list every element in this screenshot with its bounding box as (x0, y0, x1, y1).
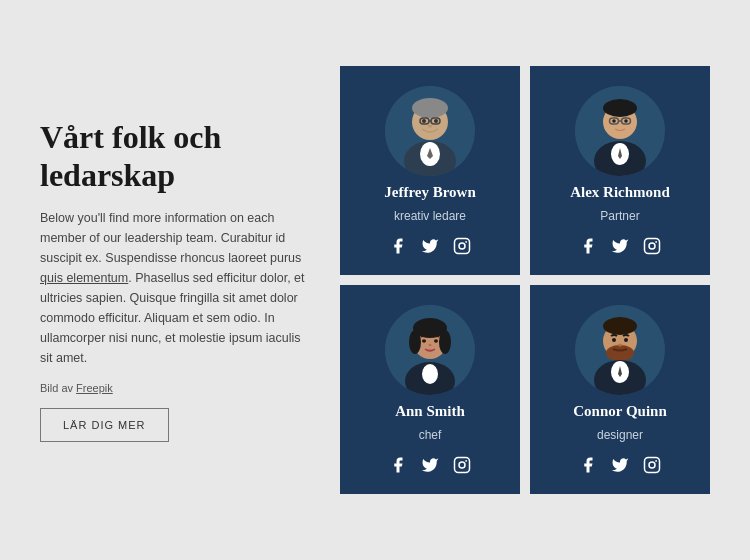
svg-point-37 (434, 339, 438, 343)
svg-point-54 (655, 460, 657, 462)
svg-point-35 (422, 364, 438, 384)
twitter-icon-connor[interactable] (609, 454, 631, 476)
svg-point-38 (429, 344, 432, 346)
credit-link[interactable]: Freepik (76, 382, 113, 394)
member-role-ann: chef (419, 428, 442, 442)
svg-point-14 (465, 241, 467, 243)
twitter-icon-ann[interactable] (419, 454, 441, 476)
svg-point-50 (624, 338, 628, 342)
avatar-connor (575, 305, 665, 395)
svg-point-32 (409, 330, 421, 354)
member-role-alex: Partner (600, 209, 639, 223)
svg-point-49 (612, 338, 616, 342)
member-role-jeffrey: kreativ ledare (394, 209, 466, 223)
svg-rect-39 (455, 458, 470, 473)
team-card-alex: Alex Richmond Partner (530, 66, 710, 275)
facebook-icon-jeffrey[interactable] (387, 235, 409, 257)
twitter-icon-alex[interactable] (609, 235, 631, 257)
left-panel: Vårt folk och ledarskap Below you'll fin… (40, 118, 310, 443)
svg-point-36 (422, 339, 426, 343)
instagram-icon-jeffrey[interactable] (451, 235, 473, 257)
svg-rect-52 (645, 458, 660, 473)
svg-point-2 (412, 98, 448, 118)
svg-rect-26 (645, 239, 660, 254)
facebook-icon-alex[interactable] (577, 235, 599, 257)
svg-point-27 (649, 243, 655, 249)
facebook-icon-connor[interactable] (577, 454, 599, 476)
svg-point-17 (603, 99, 637, 117)
svg-point-40 (459, 462, 465, 468)
instagram-icon-connor[interactable] (641, 454, 663, 476)
svg-point-21 (612, 119, 616, 123)
member-name-ann: Ann Smith (395, 403, 465, 420)
svg-point-44 (603, 317, 637, 335)
svg-point-22 (624, 119, 628, 123)
svg-point-45 (606, 345, 634, 361)
svg-rect-12 (455, 239, 470, 254)
svg-point-8 (428, 125, 432, 128)
instagram-icon-alex[interactable] (641, 235, 663, 257)
social-links-ann (387, 454, 473, 476)
description-text: Below you'll find more information on ea… (40, 208, 310, 368)
svg-point-41 (465, 460, 467, 462)
social-links-connor (577, 454, 663, 476)
svg-point-7 (434, 119, 438, 123)
member-name-alex: Alex Richmond (570, 184, 670, 201)
avatar-jeffrey (385, 86, 475, 176)
facebook-icon-ann[interactable] (387, 454, 409, 476)
page-title: Vårt folk och ledarskap (40, 118, 310, 195)
member-name-connor: Connor Quinn (573, 403, 667, 420)
avatar-ann (385, 305, 475, 395)
svg-point-51 (618, 344, 622, 347)
social-links-jeffrey (387, 235, 473, 257)
social-links-alex (577, 235, 663, 257)
member-name-jeffrey: Jeffrey Brown (384, 184, 476, 201)
team-card-jeffrey: Jeffrey Brown kreativ ledare (340, 66, 520, 275)
team-card-connor: Connor Quinn designer (530, 285, 710, 494)
twitter-icon-jeffrey[interactable] (419, 235, 441, 257)
team-card-ann: Ann Smith chef (340, 285, 520, 494)
learn-more-button[interactable]: LÄR DIG MER (40, 408, 169, 442)
avatar-alex (575, 86, 665, 176)
credit-text: Bild av Freepik (40, 382, 310, 394)
page: Vårt folk och ledarskap Below you'll fin… (0, 0, 750, 560)
instagram-icon-ann[interactable] (451, 454, 473, 476)
svg-point-53 (649, 462, 655, 468)
svg-point-13 (459, 243, 465, 249)
team-grid: Jeffrey Brown kreativ ledare (340, 66, 710, 494)
svg-point-33 (439, 330, 451, 354)
svg-point-28 (655, 241, 657, 243)
member-role-connor: designer (597, 428, 643, 442)
svg-point-6 (422, 119, 426, 123)
